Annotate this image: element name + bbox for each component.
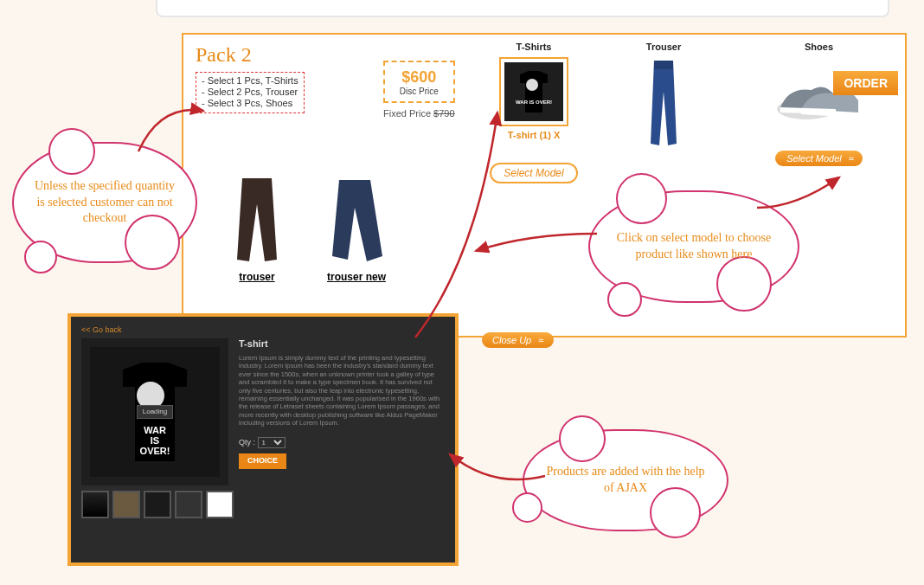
svg-text:IS: IS	[151, 435, 159, 446]
svg-text:WAR IS OVER!: WAR IS OVER!	[516, 100, 552, 105]
col-header-tshirts: T-Shirts	[482, 42, 586, 52]
rule-item: - Select 1 Pcs, T-Shirts	[202, 75, 298, 86]
modal-thumb[interactable]	[112, 491, 140, 518]
select-model-label: Select Model	[786, 153, 842, 164]
choice-label: CHOICE	[247, 456, 278, 465]
chevron-down-icon	[844, 153, 854, 164]
product-columns: T-Shirts WAR IS OVER! T-shirt (1) X Sele…	[482, 42, 896, 183]
modal-thumb[interactable]	[144, 491, 171, 518]
callout-quantity-required: Unless the specified quantity is selecte…	[12, 142, 197, 263]
trouser-option[interactable]: trouser	[227, 173, 287, 283]
callout-text: Products are added with the help of AJAX	[543, 464, 708, 497]
modal-thumb[interactable]	[206, 491, 234, 518]
trouser-options: trouser trouser new	[227, 173, 391, 283]
qty-select[interactable]: 1	[258, 437, 286, 448]
svg-text:OVER!: OVER!	[140, 446, 170, 456]
svg-text:WAR: WAR	[144, 425, 166, 435]
modal-thumb[interactable]	[175, 491, 202, 518]
rule-item: - Select 3 Pcs, Shoes	[202, 98, 298, 108]
col-shoes: Shoes ORDER Select Model	[741, 42, 896, 183]
col-header-shoes: Shoes	[741, 42, 896, 52]
col-header-trouser: Trouser	[586, 42, 741, 52]
arrow-icon	[441, 441, 554, 493]
discount-price: $600	[397, 68, 441, 87]
qty-label: Qty :	[239, 438, 255, 447]
product-detail-modal: << Go back WAR IS OVER! Loading T-shirt …	[67, 313, 459, 566]
col-trouser: Trouser	[586, 42, 741, 183]
order-label: ORDER	[844, 76, 888, 90]
chevron-up-icon	[534, 335, 543, 345]
arrow-icon	[753, 164, 857, 216]
choice-button[interactable]: CHOICE	[239, 453, 286, 468]
go-back-link[interactable]: << Go back	[81, 325, 445, 335]
loading-label: Loading	[143, 408, 167, 415]
qty-row: Qty : 1	[239, 437, 445, 448]
trouser-option-label: trouser new	[322, 271, 391, 283]
arrow-icon	[134, 104, 212, 156]
callout-text: Unless the specified quantity is selecte…	[33, 178, 176, 228]
trouser-new-icon	[322, 173, 391, 268]
modal-thumbnails	[81, 491, 237, 518]
modal-product-description: Lorem Ipsum is simply dummy text of the …	[239, 354, 445, 427]
page-top-edge	[156, 0, 889, 17]
trouser-option[interactable]: trouser new	[322, 173, 391, 283]
modal-product-image: WAR IS OVER! Loading	[81, 338, 228, 485]
callout-text: Click on select model to choose product …	[609, 230, 779, 263]
svg-point-1	[526, 79, 538, 91]
loading-indicator: Loading	[137, 405, 173, 419]
trouser-option-label: trouser	[227, 271, 287, 283]
modal-thumb[interactable]	[81, 491, 109, 518]
arrow-icon	[467, 225, 606, 268]
order-button[interactable]: ORDER	[833, 71, 898, 95]
trouser-icon	[227, 173, 287, 268]
jeans-icon	[637, 57, 690, 152]
discount-price-label: Disc Price	[397, 87, 441, 96]
rule-item: - Select 2 Pcs, Trouser	[202, 87, 298, 97]
discount-price-box: $600 Disc Price	[383, 61, 455, 103]
